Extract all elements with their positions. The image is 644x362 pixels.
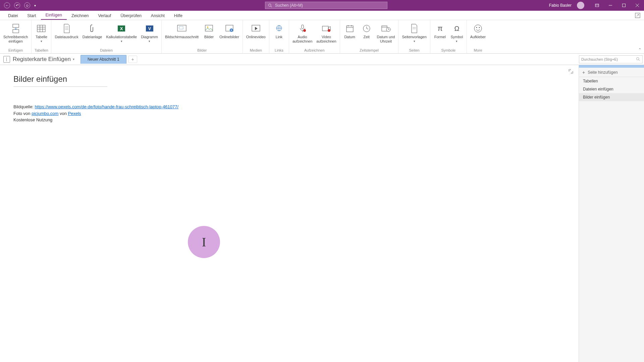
search-box[interactable]: Suchen (Alt+M) xyxy=(265,2,387,9)
avatar[interactable] xyxy=(577,2,584,9)
time-button[interactable]: Zeit xyxy=(358,21,375,39)
ribbon-group-bilder: Bildschirmausschnitt Bilder Onlinebilder… xyxy=(162,20,243,53)
online-picture-icon xyxy=(224,23,235,34)
cursor-highlight: I xyxy=(188,226,220,258)
file-attachment-button[interactable]: Dateianlage xyxy=(80,21,104,39)
calendar-icon xyxy=(344,23,356,34)
pictures-button[interactable]: Bilder xyxy=(201,21,217,39)
svg-rect-25 xyxy=(205,25,213,31)
online-video-icon xyxy=(250,23,262,34)
page-template-icon xyxy=(409,23,420,34)
add-section-button[interactable]: + xyxy=(128,56,137,63)
page-search-input[interactable]: Durchsuchen (Strg+E) xyxy=(579,55,643,63)
qat-dropdown-icon[interactable]: ▾ xyxy=(34,4,36,7)
ribbon-group-einfuegen: Schreibbereich einfügen Einfügen xyxy=(0,20,32,53)
menu-hilfe[interactable]: Hilfe xyxy=(169,11,187,20)
svg-line-1 xyxy=(271,6,272,7)
diagram-button[interactable]: V Diagramm ▾ xyxy=(139,21,160,43)
record-video-button[interactable]: Video aufzeichnen xyxy=(314,21,338,43)
chevron-down-icon: ▾ xyxy=(414,40,415,43)
menu-datei[interactable]: Datei xyxy=(3,11,22,20)
close-button[interactable] xyxy=(631,0,644,11)
notebook-icon[interactable] xyxy=(3,56,10,63)
online-video-button[interactable]: Onlinevideo xyxy=(244,21,268,39)
ribbon-collapse-icon[interactable]: ⌃ xyxy=(638,48,641,52)
equation-button[interactable]: π Formel xyxy=(432,21,448,39)
notebook-name[interactable]: Registerkarte Einfügen xyxy=(13,56,71,63)
menu-bar: Datei Start Einfügen Zeichnen Verlauf Üb… xyxy=(0,11,644,20)
date-button[interactable]: Datum xyxy=(341,21,358,39)
add-page-button[interactable]: + Seite hinzufügen xyxy=(579,68,644,77)
insert-space-button[interactable]: Schreibbereich einfügen xyxy=(1,21,30,43)
section-tab[interactable]: Neuer Abschnitt 1 xyxy=(80,55,126,64)
page-list-item[interactable]: Bilder einfügen xyxy=(579,93,644,101)
picture-icon xyxy=(203,23,215,34)
source-link[interactable]: https://www.pexels.com/de-de/foto/hande-… xyxy=(35,104,179,109)
clock-icon xyxy=(361,23,372,34)
datetime-button[interactable]: Datum und Uhrzeit xyxy=(375,21,397,43)
svg-point-57 xyxy=(637,58,639,60)
notebook-dropdown-icon[interactable]: ▾ xyxy=(73,57,74,61)
svg-line-58 xyxy=(639,60,640,61)
link-button[interactable]: Link xyxy=(271,21,287,39)
ribbon-mode-icon[interactable] xyxy=(590,0,604,11)
svg-point-26 xyxy=(207,26,208,28)
author-link[interactable]: picjumbo.com xyxy=(32,111,58,116)
svg-rect-24 xyxy=(179,26,183,29)
file-printout-button[interactable]: Dateiausdruck xyxy=(53,21,80,39)
screenshot-button[interactable]: Bildschirmausschnitt xyxy=(163,21,201,39)
svg-text:π: π xyxy=(437,24,442,33)
table-button[interactable]: Tabelle ▾ xyxy=(33,21,50,43)
chevron-down-icon: ▾ xyxy=(456,40,458,43)
svg-point-55 xyxy=(476,27,477,28)
plus-icon: + xyxy=(582,70,585,75)
video-record-icon xyxy=(321,23,332,34)
ribbon-group-dateien: Dateiausdruck Dateianlage X Kalkulations… xyxy=(51,20,162,53)
menu-einfuegen[interactable]: Einfügen xyxy=(41,11,67,20)
expand-page-icon[interactable] xyxy=(568,68,574,74)
ribbon-group-symbole: π Formel Ω Symbol ▾ Symbole xyxy=(430,20,467,53)
page-title[interactable]: Bilder einfügen xyxy=(13,74,565,86)
symbol-button[interactable]: Ω Symbol ▾ xyxy=(448,21,465,43)
menu-ueberpruefen[interactable]: Überprüfen xyxy=(116,11,146,20)
text-cursor-icon: I xyxy=(202,235,206,249)
online-pictures-button[interactable]: Onlinebilder xyxy=(217,21,241,39)
microphone-icon xyxy=(297,23,308,34)
page-list-item[interactable]: Dateien einfügen xyxy=(579,85,644,93)
insert-space-icon xyxy=(10,23,21,34)
svg-rect-10 xyxy=(13,29,19,33)
record-audio-button[interactable]: Audio aufzeichnen xyxy=(290,21,314,43)
svg-rect-5 xyxy=(623,4,626,7)
minimize-button[interactable] xyxy=(604,0,617,11)
user-name[interactable]: Fabio Basler xyxy=(549,3,572,8)
menu-start[interactable]: Start xyxy=(22,11,41,20)
undo-icon[interactable]: ↶ xyxy=(14,2,20,8)
pexels-link[interactable]: Pexels xyxy=(68,111,81,116)
page-list-item[interactable]: Tabellen xyxy=(579,77,644,85)
feedback-icon[interactable]: ☺ xyxy=(24,2,30,8)
menu-zeichnen[interactable]: Zeichnen xyxy=(67,11,93,20)
share-icon[interactable] xyxy=(635,12,641,18)
page-content[interactable]: Bildquelle: https://www.pexels.com/de-de… xyxy=(13,104,565,123)
svg-point-0 xyxy=(269,4,271,6)
symbol-icon: Ω xyxy=(451,23,463,34)
svg-text:V: V xyxy=(148,26,151,31)
search-icon xyxy=(268,3,272,8)
license-text: Kostenlose Nutzung xyxy=(13,117,565,123)
ribbon-group-links: Link Links xyxy=(269,20,289,53)
page-canvas[interactable]: Bilder einfügen Bildquelle: https://www.… xyxy=(0,65,579,362)
back-icon[interactable]: ← xyxy=(4,2,10,8)
title-underline xyxy=(13,86,107,87)
ribbon: Schreibbereich einfügen Einfügen Tabelle… xyxy=(0,20,644,54)
spreadsheet-button[interactable]: X Kalkulationstabelle ▾ xyxy=(104,21,139,43)
svg-line-44 xyxy=(367,28,368,29)
menu-ansicht[interactable]: Ansicht xyxy=(146,11,169,20)
maximize-button[interactable] xyxy=(617,0,631,11)
paperclip-icon xyxy=(87,23,98,34)
menu-verlauf[interactable]: Verlauf xyxy=(93,11,116,20)
sticker-button[interactable]: Aufkleber xyxy=(468,21,488,39)
sticker-icon xyxy=(472,23,484,34)
svg-point-35 xyxy=(303,29,306,32)
page-list-panel: + Seite hinzufügen Tabellen Dateien einf… xyxy=(579,65,644,362)
page-templates-button[interactable]: Seitenvorlagen ▾ xyxy=(400,21,428,43)
